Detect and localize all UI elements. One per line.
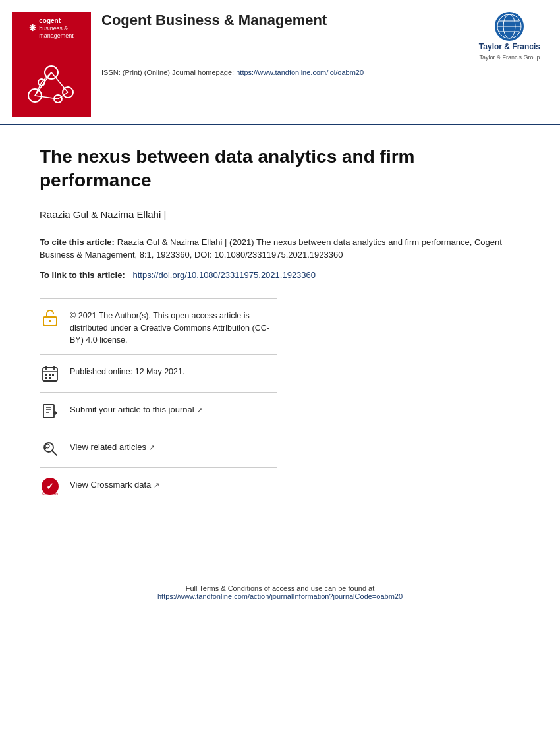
article-title: The nexus between data analytics and fir…: [40, 145, 520, 193]
info-boxes: © 2021 The Author(s). This open access a…: [40, 298, 277, 505]
page-footer: Full Terms & Conditions of access and us…: [40, 584, 520, 613]
svg-line-9: [42, 72, 51, 82]
svg-rect-24: [52, 374, 54, 376]
crossmark-anchor[interactable]: View Crossmark data ↗: [70, 478, 159, 492]
svg-line-29: [52, 451, 57, 455]
journal-logo-box: ❋ cogent business &management: [12, 12, 91, 117]
journal-title-area: Cogent Business & Management ISSN: (Prin…: [101, 12, 364, 83]
svg-line-31: [45, 448, 46, 449]
footer-url[interactable]: https://www.tandfonline.com/action/journ…: [157, 592, 403, 600]
svg-text:CrossMark: CrossMark: [42, 492, 59, 495]
svg-rect-27: [43, 405, 54, 418]
published-text: Published online: 12 May 2021.: [70, 363, 184, 378]
crossmark-box[interactable]: ✓ CrossMark View Crossmark data ↗: [40, 468, 277, 505]
svg-rect-26: [49, 377, 51, 379]
article-authors: Raazia Gul & Nazima Ellahi |: [40, 209, 520, 220]
doi-link[interactable]: https://doi.org/10.1080/23311975.2021.19…: [132, 270, 316, 280]
tf-logo: Taylor & Francis Taylor & Francis Group: [479, 12, 540, 61]
logo-asterisk: ❋: [29, 23, 36, 33]
logo-text-block: cogent business &management: [39, 17, 74, 40]
svg-rect-23: [49, 374, 51, 376]
related-articles-box[interactable]: View related articles ↗: [40, 430, 277, 468]
related-articles-link[interactable]: View related articles ↗: [70, 438, 155, 454]
external-link-icon-3: ↗: [154, 480, 159, 491]
svg-line-6: [51, 72, 68, 92]
doi-link-section: To link to this article: https://doi.org…: [40, 269, 520, 280]
submit-article-box[interactable]: Submit your article to this journal ↗: [40, 393, 277, 430]
svg-point-17: [49, 320, 51, 322]
cite-label: To cite this article:: [40, 237, 115, 247]
svg-rect-22: [45, 374, 47, 376]
external-link-icon: ↗: [197, 405, 203, 416]
tf-logo-icon: [495, 12, 524, 41]
journal-homepage-link[interactable]: https://www.tandfonline.com/loi/oabm20: [236, 69, 364, 76]
crossmark-link[interactable]: View Crossmark data ↗: [70, 476, 159, 492]
main-content: The nexus between data analytics and fir…: [0, 125, 560, 633]
link-label: To link to this article:: [40, 270, 125, 280]
svg-line-5: [35, 72, 51, 96]
svg-text:✓: ✓: [46, 481, 54, 492]
external-link-icon-2: ↗: [149, 442, 155, 453]
open-access-box: © 2021 The Author(s). This open access a…: [40, 298, 277, 355]
footer-line1: Full Terms & Conditions of access and us…: [40, 584, 520, 592]
page-header: ❋ cogent business &management: [0, 0, 560, 125]
journal-main-title: Cogent Business & Management: [101, 12, 364, 29]
submit-article-link[interactable]: Submit your article to this journal ↗: [70, 401, 203, 416]
tf-logo-text: Taylor & Francis: [479, 42, 540, 53]
submit-article-anchor[interactable]: Submit your article to this journal ↗: [70, 403, 203, 416]
crossmark-icon: ✓ CrossMark: [40, 476, 61, 497]
logo-illustration: [22, 53, 81, 112]
search-icon: [40, 438, 61, 459]
submit-icon: [40, 401, 61, 422]
logo-image-area: [17, 47, 86, 117]
logo-top: ❋ cogent business &management: [29, 17, 74, 40]
tf-logo-subtext: Taylor & Francis Group: [479, 54, 540, 61]
journal-issn: ISSN: (Print) (Online) Journal homepage:…: [101, 69, 364, 76]
open-access-text: © 2021 The Author(s). This open access a…: [70, 307, 277, 347]
header-left: ❋ cogent business &management: [12, 12, 364, 117]
calendar-icon: [40, 363, 61, 384]
related-articles-anchor[interactable]: View related articles ↗: [70, 441, 155, 454]
logo-subtitle: business &management: [39, 25, 74, 40]
svg-point-30: [45, 444, 49, 448]
svg-rect-25: [45, 377, 47, 379]
logo-title: cogent: [39, 17, 74, 25]
tf-globe-svg: [496, 13, 522, 40]
citation-section: To cite this article: Raazia Gul & Nazim…: [40, 236, 520, 262]
published-box: Published online: 12 May 2021.: [40, 355, 277, 393]
open-access-icon: [40, 307, 61, 328]
